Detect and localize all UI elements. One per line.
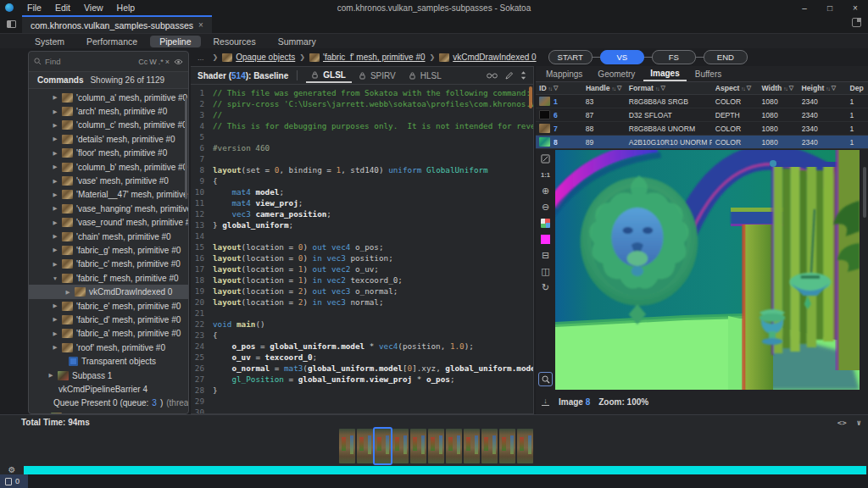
tree-item[interactable]: ▶'fabric_c' mesh, primitive #0 bbox=[29, 258, 188, 271]
stage-fs-button[interactable]: FS bbox=[652, 50, 696, 64]
code-scrollbar[interactable] bbox=[529, 86, 532, 108]
close-button[interactable]: × bbox=[843, 0, 868, 15]
chevron-right-icon[interactable]: ▶ bbox=[52, 136, 58, 142]
image-id-link[interactable]: 1 bbox=[554, 97, 558, 106]
code-view-icon[interactable]: <> bbox=[837, 419, 847, 427]
find-input[interactable]: Find bbox=[45, 57, 134, 66]
column-header-format[interactable]: Format↑↓▽ bbox=[626, 84, 712, 92]
sort-icon[interactable]: ↑↓ bbox=[612, 86, 616, 92]
menu-help[interactable]: Help bbox=[110, 3, 142, 13]
tab-geometry[interactable]: Geometry bbox=[591, 68, 642, 80]
tree-item[interactable]: ▶'fabric_g' mesh, primitive #0 bbox=[29, 243, 188, 257]
tree-item[interactable]: ▶Frame 13 bbox=[29, 410, 188, 413]
tree-item[interactable]: ▶'vase_round' mesh, primitive #0 bbox=[29, 216, 188, 230]
find-option[interactable]: .* bbox=[158, 58, 164, 66]
frame-thumbnail[interactable] bbox=[499, 429, 515, 463]
download-icon[interactable]: ↓ bbox=[541, 398, 550, 406]
tree-item[interactable]: ▶'details' mesh, primitive #0 bbox=[29, 132, 188, 146]
tree-item[interactable]: ▶'vase_hanging' mesh, primitive #0 bbox=[29, 202, 188, 215]
sort-icon[interactable]: ↑↓ bbox=[826, 86, 830, 92]
chevron-right-icon[interactable]: ▶ bbox=[52, 150, 58, 157]
chevron-right-icon[interactable]: ▶ bbox=[52, 219, 58, 226]
breadcrumb-item[interactable]: 'fabric_f' mesh, primitive #0 bbox=[309, 53, 426, 62]
sort-icon[interactable]: ↑↓ bbox=[783, 86, 787, 92]
fit-icon[interactable] bbox=[538, 152, 553, 165]
find-option[interactable]: Cc bbox=[137, 58, 148, 66]
chevron-right-icon[interactable]: ▶ bbox=[52, 316, 58, 323]
tree-item[interactable]: Transparent objects bbox=[29, 354, 188, 368]
zoom-in-icon[interactable]: ⊕ bbox=[538, 184, 553, 197]
tree-item[interactable]: ▶'column_a' mesh, primitive #0 bbox=[29, 91, 188, 104]
image-id-link[interactable]: 7 bbox=[554, 125, 558, 133]
tree-item[interactable]: ▶'roof' mesh, primitive #0 bbox=[29, 341, 188, 354]
tree-item[interactable]: ▶Subpass 1 bbox=[29, 369, 188, 382]
minimize-button[interactable]: – bbox=[792, 0, 817, 15]
tree-item[interactable]: ▼'fabric_f' mesh, primitive #0 bbox=[29, 271, 188, 285]
chevron-down-icon[interactable]: ▼ bbox=[52, 275, 58, 281]
frame-thumbnail[interactable] bbox=[464, 429, 480, 463]
frame-thumbnail[interactable] bbox=[481, 429, 498, 463]
background-color-swatch[interactable] bbox=[538, 232, 553, 246]
image-id-link[interactable]: 6 bbox=[554, 111, 558, 119]
filter-icon[interactable]: ▽ bbox=[832, 85, 836, 92]
panel-scrollbar[interactable] bbox=[863, 167, 866, 218]
rotate-icon[interactable]: ↻ bbox=[538, 280, 553, 294]
image-row[interactable]: 183R8G8B8A8 SRGBCOLOR108023401 bbox=[536, 95, 868, 108]
frame-thumbnail[interactable] bbox=[410, 429, 426, 463]
shader-tab-hlsl[interactable]: HLSL bbox=[403, 69, 448, 83]
filter-icon[interactable]: ▽ bbox=[747, 85, 751, 92]
tree-item[interactable]: ▶'fabric_d' mesh, primitive #0 bbox=[29, 313, 188, 326]
breadcrumb-item[interactable]: Opaque objects bbox=[222, 53, 295, 62]
tab-performance[interactable]: Performance bbox=[77, 36, 147, 47]
actual-size-icon[interactable]: 1:1 bbox=[538, 168, 553, 181]
chevron-right-icon[interactable]: ▶ bbox=[52, 330, 58, 337]
image-row[interactable]: 788R8G8B8A8 UNORMCOLOR108023401 bbox=[536, 122, 868, 136]
timeline-bar[interactable] bbox=[24, 466, 866, 474]
stage-start-button[interactable]: START bbox=[548, 50, 593, 64]
zoom-out-icon[interactable]: ⊖ bbox=[538, 200, 553, 214]
tree-item-link[interactable]: 3 bbox=[152, 398, 157, 408]
find-option[interactable]: W bbox=[148, 58, 158, 66]
shader-tab-glsl[interactable]: GLSL bbox=[306, 69, 352, 83]
chevron-right-icon[interactable]: ▶ bbox=[52, 233, 58, 240]
frame-thumbnail[interactable] bbox=[392, 429, 409, 463]
eye-icon[interactable] bbox=[174, 58, 183, 65]
gear-icon[interactable]: ⚙ bbox=[0, 465, 24, 474]
filter-icon[interactable]: ▽ bbox=[617, 85, 621, 92]
tree-item[interactable]: ▶'Material__47' mesh, primitive #0 bbox=[29, 188, 188, 202]
image-canvas[interactable] bbox=[555, 150, 860, 390]
chevron-right-icon[interactable]: ▶ bbox=[64, 289, 71, 296]
chevron-right-icon[interactable]: ▶ bbox=[52, 178, 58, 185]
column-header-dep[interactable]: Dep bbox=[846, 84, 868, 92]
tree-item[interactable]: ▶vkCmdDrawIndexed 0 bbox=[29, 285, 188, 298]
chevron-right-icon[interactable]: ▶ bbox=[52, 344, 58, 351]
column-header-aspect[interactable]: Aspect↑↓▽ bbox=[712, 84, 759, 92]
tree-item[interactable]: Queue Present 0 (queue: 3) (thread: 2) bbox=[29, 396, 188, 410]
chevron-right-icon[interactable]: ▶ bbox=[52, 247, 58, 253]
stage-end-button[interactable]: END bbox=[704, 50, 748, 64]
chevron-right-icon[interactable]: ▶ bbox=[52, 122, 58, 129]
tree-item[interactable]: ▶'column_c' mesh, primitive #0 bbox=[29, 119, 188, 132]
menu-edit[interactable]: Edit bbox=[48, 3, 77, 13]
sort-icon[interactable]: ↑↓ bbox=[655, 86, 659, 92]
document-tab[interactable]: com.khronos.vulkan_samples-subpasses × bbox=[22, 15, 212, 33]
new-window-icon[interactable] bbox=[852, 18, 861, 27]
stage-vs-button[interactable]: VS bbox=[600, 50, 644, 64]
column-header-width[interactable]: Width↑↓▽ bbox=[759, 84, 798, 92]
chevron-right-icon[interactable]: ▶ bbox=[52, 94, 58, 101]
collapse-panel-icon[interactable]: ∨ bbox=[857, 419, 861, 427]
sort-icon[interactable]: ↑↓ bbox=[741, 86, 745, 92]
status-badge[interactable]: 0 bbox=[0, 474, 28, 488]
sidebar-toggle-icon[interactable] bbox=[0, 15, 22, 33]
menu-view[interactable]: View bbox=[77, 3, 110, 13]
menu-file[interactable]: File bbox=[20, 3, 48, 13]
frame-thumbnail[interactable] bbox=[446, 429, 462, 463]
frame-thumbnail[interactable] bbox=[375, 429, 391, 463]
filter-icon[interactable]: ▽ bbox=[789, 85, 793, 92]
find-option[interactable]: × bbox=[164, 58, 170, 66]
frame-thumbnail[interactable] bbox=[428, 429, 444, 463]
tab-mappings[interactable]: Mappings bbox=[539, 68, 589, 80]
chevron-right-icon[interactable]: ▶ bbox=[52, 108, 58, 115]
chevron-right-icon[interactable]: ▶ bbox=[47, 372, 54, 379]
edit-icon[interactable] bbox=[505, 71, 513, 80]
